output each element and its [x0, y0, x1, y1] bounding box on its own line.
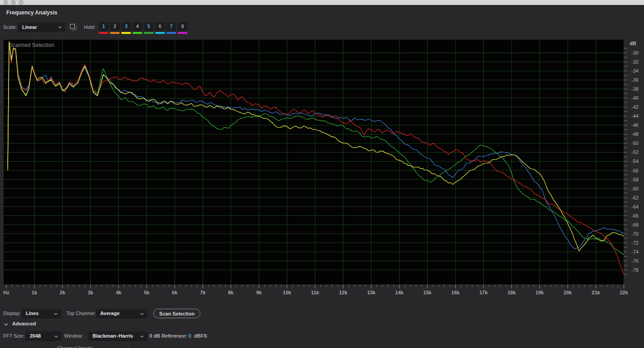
frequency-tick-label: 15k [423, 290, 432, 295]
db-tick-label: -30 [631, 50, 639, 56]
frequency-tick-label: 8k [228, 290, 234, 295]
minimize-icon[interactable] [11, 0, 16, 5]
close-icon[interactable] [3, 0, 8, 5]
frequency-tick-label: 20k [564, 290, 572, 295]
display-label: Display: [3, 309, 21, 318]
frequency-tick-label: 10k [283, 290, 292, 295]
hold-button-7[interactable]: 7 [167, 22, 176, 31]
db-tick-label: -42 [631, 104, 639, 110]
window-titlebar [0, 0, 644, 5]
divider [129, 346, 129, 348]
zoom-icon[interactable] [19, 0, 23, 5]
frequency-tick-label: 19k [536, 290, 544, 295]
hold-color-swatch-7 [167, 32, 176, 34]
scale-value: Linear [22, 23, 37, 31]
frequency-ruler: Hz1k2k3k4k5k6k7k8k9k10k11k12k13k14k15k16… [4, 284, 644, 297]
advanced-label: Advanced [12, 321, 36, 326]
db-tick-label: -74 [631, 249, 639, 255]
db-reference-unit: dBFS [194, 333, 207, 339]
db-tick-label: -62 [631, 195, 639, 200]
frequency-tick-label: 6k [172, 290, 178, 295]
top-channel-value: Average [100, 309, 120, 318]
hold-button-1[interactable]: 1 [99, 22, 108, 31]
frequency-tick-label: 11k [311, 290, 320, 295]
hold-button-3[interactable]: 3 [121, 22, 131, 31]
db-tick-label: -78 [631, 267, 639, 273]
panel-menu-icon[interactable] [52, 10, 58, 15]
spectrum-plot[interactable]: Scanned Selection [4, 40, 624, 284]
db-tick-label: -56 [631, 168, 639, 173]
hold-color-swatch-2 [110, 32, 120, 34]
db-tick-label: -50 [631, 140, 639, 146]
chevron-down-icon [58, 26, 62, 28]
chevron-down-icon [140, 335, 144, 338]
fft-controls-row: FFT Size: 2048 Window: Blackman–Harris 0… [0, 331, 644, 341]
advanced-section-row[interactable]: Advanced [0, 320, 644, 329]
copy-graph-icon[interactable] [69, 23, 78, 32]
spectrum-trace-hold-5 [8, 42, 624, 255]
frequency-tick-label: 1k [32, 290, 37, 295]
display-value: Lines [26, 309, 39, 318]
clipped-bottom-text: Channel Inputs [57, 345, 93, 348]
db-tick-label: -44 [631, 113, 639, 119]
hold-button-8[interactable]: 8 [178, 22, 187, 31]
window-label: Window: [64, 331, 83, 340]
hold-button-6[interactable]: 6 [155, 22, 165, 31]
db-tick-label: -70 [631, 231, 639, 237]
fft-size-label: FFT Size: [3, 331, 24, 340]
top-channel-label: Top Channel: [66, 309, 96, 318]
frequency-tick-label: 14k [395, 290, 404, 295]
window-dropdown[interactable]: Blackman–Harris [88, 331, 147, 341]
scale-dropdown[interactable]: Linear [18, 23, 65, 32]
hold-button-5[interactable]: 5 [144, 22, 153, 31]
db-tick-label: -76 [631, 258, 639, 264]
hold-color-swatch-8 [178, 32, 187, 34]
scan-selection-button[interactable]: Scan Selection [153, 309, 200, 318]
fft-size-dropdown[interactable]: 2048 [26, 331, 61, 341]
hold-label: Hold: [84, 23, 96, 32]
db-tick-label: -72 [631, 240, 639, 246]
hold-button-group-7: 7 [167, 22, 176, 34]
db-tick-label: -54 [631, 158, 639, 164]
hold-button-group-1: 1 [99, 22, 108, 34]
frequency-unit-label: Hz [4, 290, 9, 295]
db-tick-label: -46 [631, 122, 639, 128]
frequency-tick-label: 16k [451, 290, 460, 295]
display-dropdown[interactable]: Lines [22, 309, 61, 318]
frequency-tick-label: 5k [144, 290, 150, 295]
hold-button-group-6: 6 [155, 22, 165, 34]
db-unit-label: dB [630, 41, 636, 46]
frequency-tick-label: 17k [479, 290, 488, 295]
hold-color-swatch-6 [155, 32, 165, 34]
panel-title: Frequency Analysis [6, 9, 57, 16]
db-tick-label: -60 [631, 186, 639, 191]
hold-button-4[interactable]: 4 [133, 22, 142, 31]
frequency-tick-label: 7k [200, 290, 206, 295]
panel-header: Frequency Analysis [0, 5, 644, 22]
scale-label: Scale: [3, 23, 17, 32]
toolbar: Scale: Linear Hold: 12345678 [0, 21, 644, 36]
db-tick-label: -48 [631, 131, 639, 137]
chevron-down-icon [140, 313, 144, 315]
spectrum-trace-hold-7 [8, 43, 624, 249]
hold-button-group-4: 4 [133, 22, 142, 34]
db-ruler-canvas: dB-30-32-34-36-38-40-42-44-46-48-50-52-5… [624, 40, 644, 286]
window-value: Blackman–Harris [93, 332, 133, 340]
scanned-selection-label: Scanned Selection [9, 42, 54, 48]
db-reference-value[interactable]: 0 [189, 333, 191, 339]
frequency-tick-label: 2k [60, 290, 65, 295]
chevron-down-icon [4, 323, 8, 326]
top-channel-dropdown[interactable]: Average [96, 309, 147, 318]
hold-color-swatch-5 [144, 32, 153, 34]
fft-size-value: 2048 [30, 332, 41, 340]
db-reference: 0 dB Reference: 0 dBFS [149, 331, 207, 341]
db-tick-label: -68 [631, 222, 639, 227]
hold-button-2[interactable]: 2 [110, 22, 120, 31]
frequency-tick-label: 21k [592, 290, 600, 295]
db-reference-label: 0 dB Reference: [149, 333, 187, 339]
chevron-down-icon [54, 335, 58, 338]
frequency-ruler-canvas: Hz1k2k3k4k5k6k7k8k9k10k11k12k13k14k15k16… [4, 284, 644, 297]
db-ruler: dB-30-32-34-36-38-40-42-44-46-48-50-52-5… [624, 40, 644, 286]
db-tick-label: -58 [631, 177, 639, 182]
db-tick-label: -40 [631, 95, 639, 101]
